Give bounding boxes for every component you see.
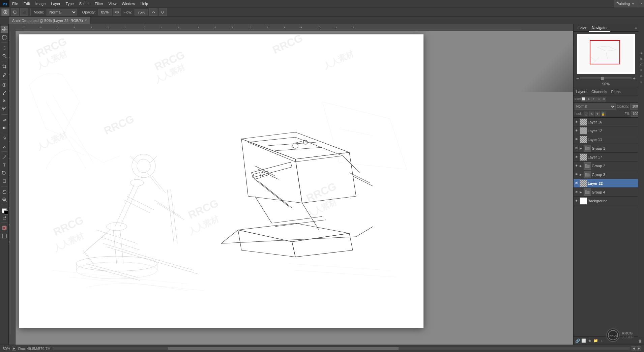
layer-row-22[interactable]: 👁 Layer 22 [574, 179, 644, 188]
eyedropper-tool[interactable] [1, 71, 8, 78]
layer-eye-17[interactable]: 👁 [574, 155, 579, 159]
tab-channels[interactable]: Channels [589, 88, 609, 95]
layer-eye-g2[interactable]: 👁 [574, 164, 579, 168]
switch-colors-button[interactable] [2, 215, 7, 221]
group2-arrow[interactable]: ▶ [580, 164, 583, 168]
menu-help[interactable]: Help [138, 0, 151, 7]
panel-icon-6[interactable]: ※ [640, 79, 643, 85]
move-tool[interactable] [1, 26, 8, 33]
hand-tool[interactable] [1, 188, 8, 195]
menu-image[interactable]: Image [33, 0, 49, 7]
layer-eye-g3[interactable]: 👁 [574, 172, 579, 177]
panel-icon-1[interactable]: ◈ [640, 50, 643, 56]
canvas-area[interactable]: -7 -6 -5 -4 -3 -2 -1 0 1 2 3 4 5 6 7 8 9… [9, 24, 573, 345]
shape-tool[interactable] [1, 177, 8, 185]
layer-row-background[interactable]: 👁 Background 🔒 [574, 197, 644, 205]
layer-blend-mode-select[interactable]: Normal [575, 104, 616, 110]
nav-zoom-in-button[interactable]: + [633, 76, 636, 81]
smoothing-toggle[interactable] [159, 8, 167, 16]
filter-shape-btn[interactable]: ⬡ [596, 97, 601, 101]
artboard-tool[interactable] [1, 34, 8, 41]
menu-type[interactable]: Type [63, 0, 77, 7]
lasso-tool[interactable] [1, 44, 8, 52]
workspace-label[interactable]: Painting ▼ [614, 0, 637, 7]
path-selection-tool[interactable] [1, 169, 8, 177]
menu-file[interactable]: File [9, 0, 21, 7]
airbrush-toggle[interactable] [113, 8, 121, 16]
document-canvas[interactable]: RRCG 人人素材 RRCG 人人素材 RRCG 人人素材 人人素材 RRCG … [19, 34, 423, 328]
menu-view[interactable]: View [106, 0, 119, 7]
layer-eye-22[interactable]: 👁 [574, 181, 579, 186]
layer-eye-11[interactable]: 👁 [574, 137, 579, 142]
eraser-tool[interactable] [1, 116, 8, 123]
tab-layers[interactable]: Layers [574, 88, 589, 95]
panel-icon-5[interactable]: ⊕ [640, 73, 643, 79]
color-picker[interactable] [1, 207, 8, 214]
nav-zoom-out-button[interactable]: − [576, 76, 579, 81]
dodge-tool[interactable] [1, 143, 8, 150]
group3-arrow[interactable]: ▶ [580, 173, 583, 176]
heal-tool[interactable] [1, 81, 8, 89]
menu-select[interactable]: Select [77, 0, 92, 7]
flow-option[interactable] [149, 8, 157, 16]
layer-eye-16[interactable]: 👁 [574, 120, 579, 124]
panel-icon-2[interactable]: ⊞ [640, 56, 643, 61]
layer-eye-g4[interactable]: 👁 [574, 190, 579, 195]
magic-wand-tool[interactable] [1, 52, 8, 60]
brush-option-3[interactable]: ⬛ [20, 8, 28, 16]
brush-tool[interactable] [1, 89, 8, 97]
adjustment-layer-button[interactable]: ◈ [587, 338, 592, 344]
panel-menu-button[interactable]: ≡ [635, 26, 637, 30]
lock-all-btn[interactable]: 🔒 [601, 112, 606, 116]
tab-color[interactable]: Color [575, 24, 589, 32]
scroll-thumb[interactable] [168, 347, 399, 350]
panel-icon-4[interactable]: ≡ [640, 67, 642, 73]
layer-row-group3[interactable]: 👁 ▶ Group 3 [574, 170, 644, 179]
menu-layer[interactable]: Layer [48, 0, 63, 7]
layer-eye-g1[interactable]: 👁 [574, 146, 579, 151]
nav-zoom-slider[interactable] [580, 77, 632, 79]
nav-zoom-thumb[interactable] [601, 77, 604, 80]
layer-row-group1[interactable]: 👁 ▶ Group 1 [574, 144, 644, 153]
new-layer-button[interactable]: + [599, 338, 605, 344]
opacity-input[interactable]: 85% [98, 9, 112, 16]
panel-icon-3[interactable]: AI [640, 61, 643, 67]
close-button[interactable]: × [639, 0, 644, 7]
zoom-tool[interactable] [1, 196, 8, 203]
crop-tool[interactable] [1, 63, 8, 70]
quick-mask-button[interactable] [1, 224, 8, 232]
gradient-tool[interactable] [1, 124, 8, 131]
background-color[interactable] [4, 210, 8, 214]
layer-row-11[interactable]: 👁 Layer 11 [574, 135, 644, 144]
canvas-content[interactable]: RRCG 人人素材 RRCG 人人素材 RRCG 人人素材 人人素材 RRCG … [16, 31, 573, 345]
layer-row-16[interactable]: 👁 Layer 16 [574, 118, 644, 126]
tab-paths[interactable]: Paths [609, 88, 623, 95]
layer-row-group2[interactable]: 👁 ▶ Group 2 [574, 162, 644, 170]
group1-arrow[interactable]: ▶ [580, 147, 583, 150]
layer-eye-12[interactable]: 👁 [574, 128, 579, 133]
link-layers-button[interactable]: 🔗 [575, 338, 580, 344]
blur-tool[interactable] [1, 135, 8, 142]
delete-layer-button[interactable]: 🗑 [637, 338, 643, 344]
menu-filter[interactable]: Filter [92, 0, 106, 7]
lock-position-btn[interactable]: ✛ [595, 112, 600, 116]
tab-close-button[interactable]: × [85, 19, 87, 22]
horizontal-scrollbar[interactable] [53, 347, 630, 350]
filter-adjust-btn[interactable]: ◈ [586, 97, 591, 101]
scroll-right-button[interactable]: ▶ [637, 346, 641, 351]
document-tab[interactable]: Archi Demo.psd @ 50% (Layer 22, RGB/8) × [9, 17, 91, 24]
screen-mode-button[interactable] [1, 232, 8, 240]
clone-tool[interactable] [1, 97, 8, 105]
menu-window[interactable]: Window [119, 0, 138, 7]
text-tool[interactable]: T [1, 161, 8, 169]
layer-row-group4[interactable]: 👁 ▶ Group 4 [574, 188, 644, 197]
history-brush-tool[interactable] [1, 106, 8, 113]
brush-size-option[interactable] [11, 8, 19, 16]
nav-viewport-indicator[interactable] [590, 40, 620, 64]
filter-pixel-btn[interactable]: ⬜ [581, 97, 586, 101]
layer-row-12[interactable]: 👁 Layer 12 [574, 126, 644, 135]
tab-navigator[interactable]: Navigator [589, 24, 610, 32]
filter-text-btn[interactable]: T [591, 97, 596, 101]
playback-button[interactable]: ▶ [12, 347, 16, 351]
menu-edit[interactable]: Edit [21, 0, 33, 7]
